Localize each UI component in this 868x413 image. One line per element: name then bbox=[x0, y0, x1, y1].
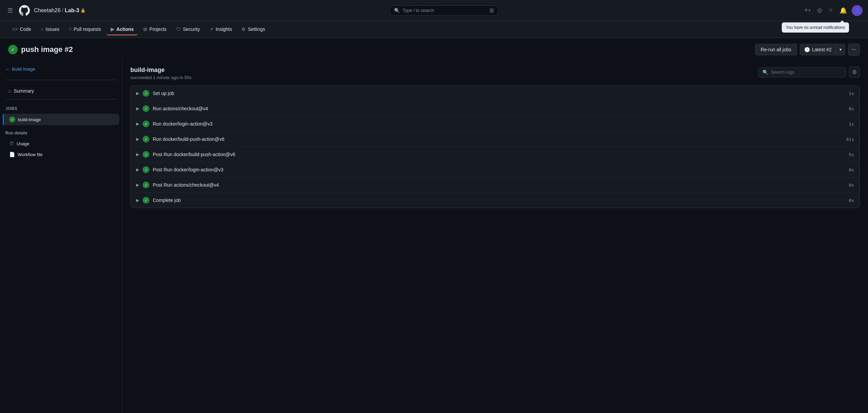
nav-label-pull-requests: Pull requests bbox=[74, 26, 101, 32]
step-duration: 41s bbox=[846, 137, 854, 142]
issues-button[interactable]: ⊙ bbox=[815, 5, 824, 16]
sidebar-workflow-file-label: Workflow file bbox=[18, 152, 42, 157]
job-steps-list: ▶ ✓ Set up job 1s ▶ ✓ Run actions/checko… bbox=[130, 86, 860, 208]
step-row[interactable]: ▶ ✓ Run actions/checkout@v4 0s bbox=[131, 101, 860, 116]
step-row[interactable]: ▶ ✓ Post Run docker/login-action@v3 0s bbox=[131, 162, 860, 177]
code-icon: <> bbox=[12, 26, 18, 32]
hamburger-menu-button[interactable]: ☰ bbox=[5, 5, 15, 16]
log-settings-button[interactable]: ⚙ bbox=[849, 67, 860, 78]
org-link[interactable]: Cheetah26 bbox=[34, 7, 60, 14]
step-name: Run docker/login-action@v3 bbox=[153, 121, 845, 127]
nav-item-code[interactable]: <> Code bbox=[8, 24, 35, 35]
rerun-button-group: Re-run all jobs bbox=[755, 44, 797, 55]
step-success-icon: ✓ bbox=[143, 105, 149, 112]
chevron-right-icon: ▶ bbox=[136, 167, 139, 172]
nav-label-insights: Insights bbox=[216, 26, 232, 32]
nav-label-projects: Projects bbox=[149, 26, 167, 32]
nav-item-insights[interactable]: ↗ Insights bbox=[205, 24, 236, 35]
usage-icon: ⏱ bbox=[9, 141, 14, 146]
search-icon: 🔍 bbox=[394, 8, 400, 13]
chevron-right-icon: ▶ bbox=[136, 121, 139, 126]
nav-label-actions: Actions bbox=[116, 26, 134, 32]
step-duration: 0s bbox=[849, 167, 854, 172]
settings-nav-icon: ⚙ bbox=[241, 26, 246, 32]
step-row[interactable]: ▶ ✓ Set up job 1s bbox=[131, 86, 860, 101]
job-header-actions: 🔍 ⚙ bbox=[758, 67, 860, 78]
sidebar-item-usage[interactable]: ⏱ Usage bbox=[3, 138, 119, 149]
sidebar-item-workflow-file[interactable]: 📄 Workflow file bbox=[3, 149, 119, 160]
latest-dropdown-button[interactable]: ▾ bbox=[836, 44, 845, 55]
chevron-right-icon: ▶ bbox=[136, 198, 139, 203]
nav-item-security[interactable]: 🛡 Security bbox=[172, 24, 204, 35]
search-bar[interactable]: 🔍 Type / to search / bbox=[390, 5, 498, 16]
step-name: Complete job bbox=[153, 198, 845, 203]
latest-button-group: 🕐 Latest #2 ▾ bbox=[800, 44, 845, 55]
nav-item-pull-requests[interactable]: ⑂ Pull requests bbox=[65, 24, 105, 35]
issues-nav-icon: ○ bbox=[41, 26, 43, 32]
step-name: Post Run docker/login-action@v3 bbox=[153, 167, 845, 172]
back-link-label: Build Image bbox=[12, 67, 35, 72]
main-layout: ← Build Image ⌂ Summary Jobs ✓ build-ima… bbox=[0, 58, 868, 413]
step-duration: 0s bbox=[849, 183, 854, 188]
issues-icon: ⊙ bbox=[817, 7, 822, 14]
repo-link[interactable]: Lab-3 bbox=[65, 7, 79, 14]
job-status: succeeded 1 minute ago in 50s bbox=[130, 75, 191, 80]
topnav-left: ☰ Cheetah26 / Lab-3 🔒 bbox=[5, 5, 86, 16]
latest-run-button[interactable]: 🕐 Latest #2 bbox=[800, 44, 836, 55]
nav-label-code: Code bbox=[20, 26, 31, 32]
step-row[interactable]: ▶ ✓ Post Run docker/build-push-action@v6… bbox=[131, 147, 860, 162]
sidebar-item-summary[interactable]: ⌂ Summary bbox=[3, 86, 119, 96]
sidebar-divider-1 bbox=[5, 80, 116, 80]
chevron-right-icon: ▶ bbox=[136, 91, 139, 96]
topnav-right: + ▾ ⊙ ⑂ 🔔 You have no unread notificatio… bbox=[802, 5, 863, 16]
rerun-all-jobs-button[interactable]: Re-run all jobs bbox=[755, 44, 797, 55]
step-success-icon: ✓ bbox=[143, 136, 149, 143]
step-row[interactable]: ▶ ✓ Post Run actions/checkout@v4 0s bbox=[131, 177, 860, 193]
gear-icon: ⚙ bbox=[852, 69, 857, 75]
jobs-section-label: Jobs bbox=[0, 105, 122, 114]
more-options-button[interactable]: ··· bbox=[848, 43, 860, 56]
step-success-icon: ✓ bbox=[143, 90, 149, 97]
search-logs-input-area[interactable]: 🔍 bbox=[758, 67, 846, 77]
pull-requests-button[interactable]: ⑂ bbox=[827, 5, 835, 16]
avatar[interactable]: 👤 bbox=[852, 5, 863, 16]
clock-icon: 🕐 bbox=[804, 47, 810, 52]
security-nav-icon: 🛡 bbox=[176, 26, 181, 32]
github-logo-icon bbox=[19, 5, 30, 16]
step-row[interactable]: ▶ ✓ Run docker/build-push-action@v6 41s bbox=[131, 132, 860, 147]
step-duration: 0s bbox=[849, 106, 854, 111]
sidebar-summary-label: Summary bbox=[14, 88, 34, 94]
nav-label-settings: Settings bbox=[248, 26, 265, 32]
step-duration: 0s bbox=[849, 198, 854, 203]
nav-label-security: Security bbox=[183, 26, 200, 32]
nav-item-actions[interactable]: ▶ Actions bbox=[107, 24, 138, 35]
sidebar: ← Build Image ⌂ Summary Jobs ✓ build-ima… bbox=[0, 58, 122, 413]
chevron-right-icon: ▶ bbox=[136, 137, 139, 142]
main-panel: build-image succeeded 1 minute ago in 50… bbox=[122, 58, 868, 413]
sidebar-item-build-image[interactable]: ✓ build-image bbox=[3, 114, 119, 125]
chevron-down-icon: ▾ bbox=[809, 8, 810, 12]
step-row[interactable]: ▶ ✓ Complete job 0s bbox=[131, 193, 860, 208]
pull-requests-icon: ⑂ bbox=[829, 7, 833, 14]
topnav: ☰ Cheetah26 / Lab-3 🔒 🔍 Type / to search… bbox=[0, 0, 868, 21]
step-row[interactable]: ▶ ✓ Run docker/login-action@v3 1s bbox=[131, 116, 860, 132]
step-success-icon: ✓ bbox=[143, 182, 149, 188]
step-success-icon: ✓ bbox=[143, 197, 149, 204]
topnav-center: 🔍 Type / to search / bbox=[90, 5, 798, 16]
nav-label-issues: Issues bbox=[45, 26, 59, 32]
search-logs-input[interactable] bbox=[771, 70, 842, 75]
nav-item-projects[interactable]: ⊞ Projects bbox=[139, 24, 171, 35]
step-name: Run actions/checkout@v4 bbox=[153, 106, 845, 111]
create-new-button[interactable]: + ▾ bbox=[802, 5, 812, 16]
step-success-icon: ✓ bbox=[143, 151, 149, 158]
sidebar-job-label: build-image bbox=[18, 117, 41, 122]
actions-nav-icon: ▶ bbox=[111, 26, 114, 32]
chevron-right-icon: ▶ bbox=[136, 106, 139, 111]
job-success-icon: ✓ bbox=[9, 116, 15, 123]
notifications-button[interactable]: 🔔 You have no unread notifications bbox=[837, 5, 849, 16]
nav-item-issues[interactable]: ○ Issues bbox=[37, 24, 63, 35]
step-name: Post Run docker/build-push-action@v6 bbox=[153, 152, 845, 157]
workflow-run-title-area: ✓ push image #2 bbox=[8, 45, 73, 54]
nav-item-settings[interactable]: ⚙ Settings bbox=[237, 24, 269, 35]
back-link[interactable]: ← Build Image bbox=[0, 65, 122, 77]
